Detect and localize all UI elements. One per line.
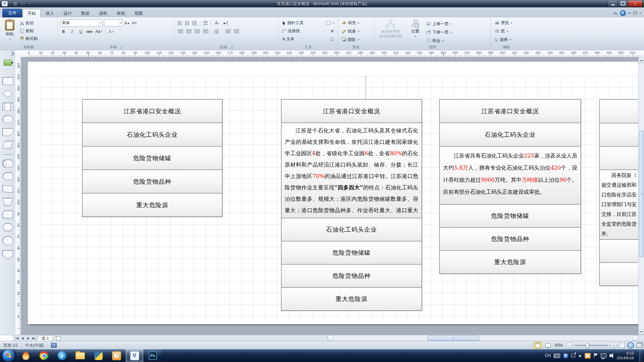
align-right-icon[interactable] xyxy=(195,29,200,34)
vertical-ruler[interactable]: 2202102001901801701601501401301201101009… xyxy=(15,57,21,335)
fit-page-button[interactable] xyxy=(619,343,625,348)
flow-shape[interactable]: 危险货物品种 xyxy=(281,264,422,288)
scroll-up-button[interactable] xyxy=(639,57,644,63)
format-painter-button[interactable]: 格式刷 xyxy=(19,35,39,42)
action-center-button[interactable] xyxy=(594,353,598,358)
flow-shape[interactable]: 危险货物储罐 xyxy=(82,146,222,170)
font-dialog-launcher-icon[interactable] xyxy=(119,45,122,49)
text-direction-icon[interactable] xyxy=(178,21,182,25)
document-shape-icon[interactable] xyxy=(2,128,13,136)
dashed-guide-line[interactable] xyxy=(366,76,366,99)
insert-page-button[interactable]: ✦ xyxy=(55,336,61,341)
hexagon-shape-icon[interactable] xyxy=(2,223,13,231)
font-size-select[interactable]: ▾ xyxy=(104,19,123,26)
save-button[interactable] xyxy=(12,1,18,6)
tab-view[interactable]: 视图 xyxy=(130,9,147,17)
show-desktop-button[interactable] xyxy=(639,349,643,362)
horizontal-ruler[interactable]: 0102030405060708090100110120130140150160… xyxy=(15,50,644,57)
flow-shape[interactable]: 危险货物品种 xyxy=(82,170,222,193)
card-shape-icon[interactable] xyxy=(2,210,13,219)
pan-zoom-window-button[interactable] xyxy=(627,342,634,349)
open-stencil-icon[interactable] xyxy=(4,60,12,66)
taskbar-chrome[interactable] xyxy=(35,349,53,362)
flow-shape[interactable]: 石油化工码头企业 xyxy=(82,123,222,146)
doc-close-icon[interactable]: × xyxy=(639,11,641,15)
bring-forward-button[interactable]: 上移一层▾ xyxy=(425,20,453,27)
italic-button[interactable]: I xyxy=(69,28,75,35)
zoom-in-button[interactable]: + xyxy=(610,342,616,348)
flow-shape[interactable]: 石油化工码头企业 xyxy=(439,123,581,146)
flow-shape[interactable] xyxy=(599,146,639,170)
scroll-down-button[interactable] xyxy=(639,329,644,335)
minimize-ribbon-icon[interactable] xyxy=(612,11,618,15)
doc-restore-icon[interactable] xyxy=(633,12,637,14)
find-button[interactable]: 查找▾ xyxy=(494,19,519,26)
line-spacing-icon[interactable] xyxy=(215,29,219,34)
ime-toolbar-button[interactable] xyxy=(571,354,575,357)
normal-view-button[interactable] xyxy=(534,342,542,349)
tab-process[interactable]: 进程 xyxy=(95,9,112,17)
grow-font-button[interactable]: A▲ xyxy=(124,20,130,26)
expand-shapes-panel-button[interactable] xyxy=(0,50,15,57)
change-case-button[interactable]: Aa▾ xyxy=(95,28,102,35)
flow-shape[interactable]: 重大危险源 xyxy=(439,250,581,274)
help-icon[interactable]: ? xyxy=(620,10,626,16)
underline-button[interactable]: U xyxy=(78,28,84,35)
ime-help-button[interactable]: ? xyxy=(563,353,568,358)
decrease-indent-icon[interactable] xyxy=(225,29,231,34)
zoom-slider-thumb[interactable] xyxy=(586,343,589,348)
align-center-icon[interactable] xyxy=(186,29,192,34)
flow-shape[interactable]: 江苏省港口安全概况 xyxy=(281,99,422,123)
undo-button[interactable]: ↶▾ xyxy=(19,1,25,6)
zoom-out-button[interactable]: − xyxy=(566,342,572,348)
macro-button[interactable] xyxy=(48,341,60,349)
horizontal-scroll-thumb[interactable] xyxy=(427,336,479,341)
group-button[interactable]: 组合▾ xyxy=(425,37,453,44)
flow-shape[interactable] xyxy=(599,262,639,286)
bold-button[interactable]: B xyxy=(60,28,66,35)
taskbar-flame-browser[interactable] xyxy=(17,349,35,362)
font-name-select[interactable]: 宋体▾ xyxy=(60,19,103,26)
scroll-left-button[interactable] xyxy=(328,336,333,341)
stored-data-shape-icon[interactable] xyxy=(2,172,13,180)
volume-button[interactable] xyxy=(609,354,612,357)
tab-design[interactable]: 设计 xyxy=(59,9,76,17)
tray-clock[interactable]: 9:12 2014/5/16 xyxy=(615,351,636,360)
doc-minimize-icon[interactable] xyxy=(628,13,631,13)
shadow-button[interactable]: 阴影▾ xyxy=(341,36,371,43)
flow-shape[interactable]: 危险货物储罐 xyxy=(439,204,581,228)
first-page-button[interactable]: |◀ xyxy=(14,336,19,341)
paste-button[interactable]: 粘贴 ▾ xyxy=(1,19,18,44)
flow-shape[interactable]: 江苏是个石化大省，石油化工码头及其仓储式石化产业的基础支撑和生命线，依托沿江港口… xyxy=(281,123,422,218)
font-color-button[interactable]: A▾ xyxy=(108,28,114,35)
flow-shape[interactable] xyxy=(599,123,639,146)
terminator-shape-icon[interactable] xyxy=(2,115,13,123)
page-indicator[interactable]: 页面 1/1 xyxy=(0,341,21,349)
align-left-icon[interactable] xyxy=(178,29,183,34)
flow-shape[interactable]: 江苏省港口安全概况 xyxy=(439,99,581,123)
text-direction-rotate-icon[interactable] xyxy=(193,21,197,25)
increase-indent-icon[interactable] xyxy=(234,29,239,34)
close-button[interactable]: × xyxy=(628,1,643,7)
auto-align-button[interactable]: 自动对齐和 自动调整间距 xyxy=(376,19,405,44)
pentagon-shape-icon[interactable] xyxy=(2,250,13,259)
page-tab[interactable]: 页-1 xyxy=(37,336,53,342)
paragraph-marks-icon[interactable]: ▸┤ xyxy=(223,20,229,26)
taskbar-outlook[interactable] xyxy=(107,349,125,362)
circle-shape-icon[interactable] xyxy=(2,236,13,245)
taskbar-photoshop[interactable]: Ps xyxy=(144,349,162,362)
taskbar-windows-explorer[interactable] xyxy=(71,349,89,362)
vertical-scrollbar[interactable] xyxy=(638,57,644,335)
line-button[interactable]: 线条▾ xyxy=(341,28,371,35)
superscript-icon[interactable]: A2 xyxy=(214,20,220,26)
subprocess-shape-icon[interactable] xyxy=(2,103,13,111)
tab-insert[interactable]: 插入 xyxy=(41,9,58,17)
fill-button[interactable]: 填充▾ xyxy=(341,19,371,26)
text-tool-button[interactable]: A 文本 xyxy=(281,36,296,42)
language-indicator[interactable]: 中文(中国) xyxy=(22,341,47,349)
switch-windows-button[interactable] xyxy=(636,343,642,348)
flow-shape[interactable]: 江苏省共有石油化工码头企业225家，涉及从业人员大约5.8万人，拥有专业化石油化… xyxy=(439,146,581,204)
flow-shape[interactable]: 重大危险源 xyxy=(82,193,222,217)
show-hidden-icons-button[interactable] xyxy=(578,355,582,357)
taskbar-python[interactable] xyxy=(89,349,107,362)
